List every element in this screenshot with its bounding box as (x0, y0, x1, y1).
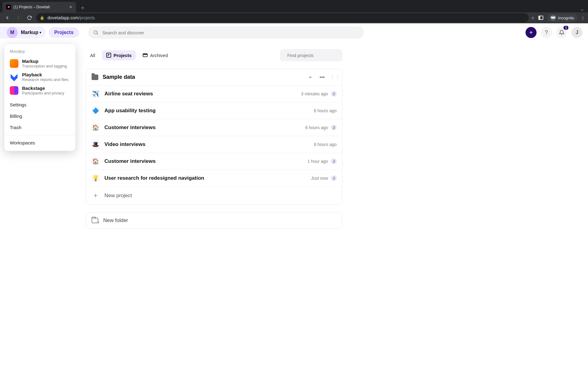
backstage-icon (10, 86, 18, 95)
workspace-name: Markup (21, 30, 38, 35)
product-title: Markup (22, 59, 67, 64)
collapse-folder-icon[interactable] (308, 75, 315, 80)
svg-line-1 (97, 33, 98, 34)
chevron-down-icon: ▾ (40, 30, 41, 35)
playback-icon (10, 73, 18, 81)
browser-back-button[interactable] (3, 13, 12, 22)
bookmark-icon[interactable]: ☆ (531, 16, 535, 20)
project-row[interactable]: 🔷 App usability testing 6 hours ago (86, 102, 342, 119)
project-time: 6 hours ago (314, 108, 337, 113)
project-time: 6 hours ago (314, 142, 337, 147)
project-title: Customer interviews (104, 158, 156, 164)
dropdown-workspaces[interactable]: Workspaces (4, 137, 75, 148)
notification-badge: 1 (564, 26, 568, 30)
contributor-avatar: J (331, 159, 337, 164)
project-row[interactable]: 🎩 Video interviews 6 hours ago (86, 136, 342, 153)
browser-tab[interactable]: (1) Projects – Dovetail ✕ (2, 2, 76, 12)
project-emoji: 🏠 (92, 124, 100, 132)
url-text: dovetailapp.com/projects (47, 15, 95, 20)
folder-icon (92, 75, 98, 80)
help-button[interactable]: ? (541, 27, 552, 38)
close-tab-icon[interactable]: ✕ (69, 5, 72, 9)
project-row[interactable]: 🏠 Customer interviews 1 hour agoJ (86, 153, 342, 170)
project-emoji: 🎩 (92, 140, 100, 148)
projects-icon (106, 53, 111, 58)
project-title: Airline seat reviews (104, 91, 153, 97)
new-tab-button[interactable]: + (78, 4, 87, 12)
project-emoji: 💡 (92, 174, 100, 182)
tabs-overflow-icon[interactable] (580, 8, 584, 12)
project-title: Video interviews (104, 141, 145, 148)
plus-icon: + (92, 192, 100, 200)
markup-icon (10, 59, 18, 68)
incognito-icon (550, 15, 556, 21)
browser-menu-icon[interactable]: ⋮ (581, 16, 585, 20)
dropdown-link-trash[interactable]: Trash (4, 122, 75, 133)
tab-favicon (6, 5, 11, 10)
folder-name[interactable]: Sample data (103, 74, 135, 80)
project-time: Just now (311, 176, 328, 181)
project-title: App usability testing (104, 108, 156, 114)
project-emoji: ✈️ (92, 90, 100, 98)
divider (4, 135, 75, 135)
dropdown-product-playback[interactable]: Playback Research reports and files (4, 70, 75, 84)
filter-projects[interactable]: Projects (102, 50, 136, 60)
product-desc: Transcription and tagging (22, 64, 67, 68)
dropdown-link-billing[interactable]: Billing (4, 110, 75, 122)
lock-icon: 🔒 (40, 16, 44, 20)
product-title: Backstage (22, 86, 64, 91)
product-desc: Research reports and files (22, 77, 69, 82)
dropdown-org-label: Moodjoy (4, 48, 75, 57)
product-desc: Participants and privacy (22, 91, 64, 95)
panel-icon[interactable] (538, 16, 543, 20)
project-emoji: 🔷 (92, 107, 100, 115)
find-projects-input[interactable] (287, 53, 345, 58)
folder-card: Sample data ••• ⋮⋮ ✈️ Airline seat revie… (86, 69, 342, 205)
address-bar[interactable]: 🔒 dovetailapp.com/projects (36, 13, 529, 22)
contributor-avatar: J (331, 91, 337, 97)
project-emoji: 🏠 (92, 157, 100, 165)
filter-all[interactable]: All (86, 50, 100, 60)
project-row[interactable]: 🏠 Customer interviews 6 hours agoJ (86, 119, 342, 136)
project-row[interactable]: ✈️ Airline seat reviews 3 minutes agoJ (86, 86, 342, 102)
dropdown-link-settings[interactable]: Settings (4, 99, 75, 110)
global-search[interactable] (88, 26, 364, 39)
contributor-avatar: J (331, 125, 337, 130)
search-icon (93, 30, 99, 35)
project-time: 6 hours ago (305, 125, 328, 130)
browser-forward-button (14, 13, 23, 22)
dropdown-product-markup[interactable]: Markup Transcription and tagging (4, 57, 75, 70)
tab-title: (1) Projects – Dovetail (13, 5, 50, 9)
workspace-avatar: M (7, 27, 18, 38)
browser-reload-button[interactable] (25, 13, 34, 22)
nav-projects[interactable]: Projects (49, 27, 79, 38)
filter-archived[interactable]: Archived (138, 50, 172, 60)
new-folder-card[interactable]: New folder (86, 212, 342, 229)
create-button[interactable]: + (526, 27, 537, 38)
svg-point-0 (94, 31, 97, 34)
workspace-switcher[interactable]: M Markup ▾ (0, 27, 46, 38)
project-time: 3 minutes ago (301, 91, 328, 96)
drag-handle-icon[interactable]: ⋮⋮ (330, 74, 337, 80)
global-search-input[interactable] (102, 30, 359, 35)
contributor-avatar: J (331, 175, 337, 181)
product-title: Playback (22, 72, 69, 77)
incognito-badge[interactable]: Incognito (547, 13, 577, 22)
new-project-button[interactable]: + New project (86, 187, 342, 205)
project-title: User research for redesigned navigation (104, 175, 204, 181)
project-title: Customer interviews (104, 125, 156, 131)
new-folder-icon (92, 218, 98, 223)
project-row[interactable]: 💡 User research for redesigned navigatio… (86, 170, 342, 187)
user-avatar[interactable]: J (571, 27, 582, 38)
folder-menu-icon[interactable]: ••• (319, 75, 326, 80)
workspace-dropdown: Moodjoy Markup Transcription and tagging… (4, 44, 75, 151)
archive-icon (143, 53, 148, 57)
project-time: 1 hour ago (307, 159, 328, 164)
dropdown-product-backstage[interactable]: Backstage Participants and privacy (4, 84, 75, 97)
find-projects[interactable] (280, 49, 342, 61)
bell-icon (559, 30, 564, 35)
